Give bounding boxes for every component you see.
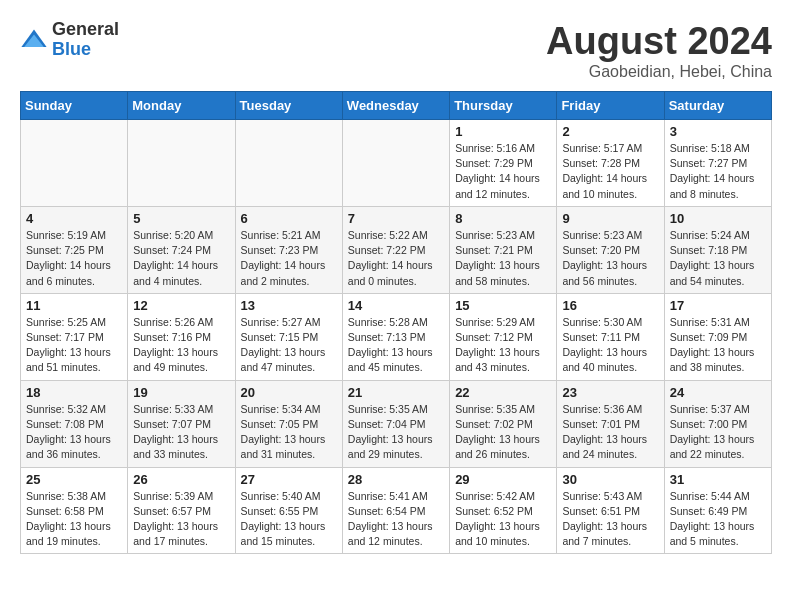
day-info: Sunrise: 5:30 AMSunset: 7:11 PMDaylight:…	[562, 315, 658, 376]
day-info: Sunrise: 5:40 AMSunset: 6:55 PMDaylight:…	[241, 489, 337, 550]
calendar-week-row: 4Sunrise: 5:19 AMSunset: 7:25 PMDaylight…	[21, 206, 772, 293]
calendar-cell: 15Sunrise: 5:29 AMSunset: 7:12 PMDayligh…	[450, 293, 557, 380]
calendar-table: SundayMondayTuesdayWednesdayThursdayFrid…	[20, 91, 772, 554]
calendar-cell: 8Sunrise: 5:23 AMSunset: 7:21 PMDaylight…	[450, 206, 557, 293]
day-number: 20	[241, 385, 337, 400]
day-number: 11	[26, 298, 122, 313]
logo-icon	[20, 26, 48, 54]
calendar-cell: 3Sunrise: 5:18 AMSunset: 7:27 PMDaylight…	[664, 120, 771, 207]
calendar-cell: 24Sunrise: 5:37 AMSunset: 7:00 PMDayligh…	[664, 380, 771, 467]
calendar-cell: 9Sunrise: 5:23 AMSunset: 7:20 PMDaylight…	[557, 206, 664, 293]
weekday-header-tuesday: Tuesday	[235, 92, 342, 120]
calendar-cell: 12Sunrise: 5:26 AMSunset: 7:16 PMDayligh…	[128, 293, 235, 380]
day-number: 29	[455, 472, 551, 487]
calendar-cell: 13Sunrise: 5:27 AMSunset: 7:15 PMDayligh…	[235, 293, 342, 380]
calendar-cell: 16Sunrise: 5:30 AMSunset: 7:11 PMDayligh…	[557, 293, 664, 380]
day-number: 12	[133, 298, 229, 313]
day-number: 9	[562, 211, 658, 226]
weekday-header-saturday: Saturday	[664, 92, 771, 120]
calendar-cell: 1Sunrise: 5:16 AMSunset: 7:29 PMDaylight…	[450, 120, 557, 207]
calendar-cell	[235, 120, 342, 207]
day-info: Sunrise: 5:22 AMSunset: 7:22 PMDaylight:…	[348, 228, 444, 289]
day-number: 14	[348, 298, 444, 313]
day-number: 25	[26, 472, 122, 487]
day-info: Sunrise: 5:34 AMSunset: 7:05 PMDaylight:…	[241, 402, 337, 463]
day-number: 19	[133, 385, 229, 400]
day-number: 1	[455, 124, 551, 139]
day-info: Sunrise: 5:25 AMSunset: 7:17 PMDaylight:…	[26, 315, 122, 376]
day-number: 23	[562, 385, 658, 400]
day-number: 15	[455, 298, 551, 313]
day-info: Sunrise: 5:16 AMSunset: 7:29 PMDaylight:…	[455, 141, 551, 202]
calendar-cell: 10Sunrise: 5:24 AMSunset: 7:18 PMDayligh…	[664, 206, 771, 293]
day-info: Sunrise: 5:23 AMSunset: 7:21 PMDaylight:…	[455, 228, 551, 289]
day-number: 6	[241, 211, 337, 226]
calendar-cell: 25Sunrise: 5:38 AMSunset: 6:58 PMDayligh…	[21, 467, 128, 554]
calendar-cell: 14Sunrise: 5:28 AMSunset: 7:13 PMDayligh…	[342, 293, 449, 380]
day-info: Sunrise: 5:32 AMSunset: 7:08 PMDaylight:…	[26, 402, 122, 463]
weekday-header-thursday: Thursday	[450, 92, 557, 120]
day-number: 28	[348, 472, 444, 487]
day-info: Sunrise: 5:28 AMSunset: 7:13 PMDaylight:…	[348, 315, 444, 376]
day-info: Sunrise: 5:36 AMSunset: 7:01 PMDaylight:…	[562, 402, 658, 463]
calendar-cell: 29Sunrise: 5:42 AMSunset: 6:52 PMDayligh…	[450, 467, 557, 554]
day-info: Sunrise: 5:20 AMSunset: 7:24 PMDaylight:…	[133, 228, 229, 289]
day-info: Sunrise: 5:26 AMSunset: 7:16 PMDaylight:…	[133, 315, 229, 376]
month-title: August 2024	[546, 20, 772, 63]
day-number: 27	[241, 472, 337, 487]
calendar-cell: 6Sunrise: 5:21 AMSunset: 7:23 PMDaylight…	[235, 206, 342, 293]
calendar-week-row: 18Sunrise: 5:32 AMSunset: 7:08 PMDayligh…	[21, 380, 772, 467]
calendar-week-row: 1Sunrise: 5:16 AMSunset: 7:29 PMDaylight…	[21, 120, 772, 207]
day-number: 26	[133, 472, 229, 487]
title-area: August 2024 Gaobeidian, Hebei, China	[546, 20, 772, 81]
day-info: Sunrise: 5:35 AMSunset: 7:04 PMDaylight:…	[348, 402, 444, 463]
weekday-header-sunday: Sunday	[21, 92, 128, 120]
day-info: Sunrise: 5:27 AMSunset: 7:15 PMDaylight:…	[241, 315, 337, 376]
day-info: Sunrise: 5:37 AMSunset: 7:00 PMDaylight:…	[670, 402, 766, 463]
day-number: 22	[455, 385, 551, 400]
day-number: 4	[26, 211, 122, 226]
weekday-header-friday: Friday	[557, 92, 664, 120]
day-number: 2	[562, 124, 658, 139]
calendar-cell: 31Sunrise: 5:44 AMSunset: 6:49 PMDayligh…	[664, 467, 771, 554]
calendar-week-row: 11Sunrise: 5:25 AMSunset: 7:17 PMDayligh…	[21, 293, 772, 380]
calendar-cell: 11Sunrise: 5:25 AMSunset: 7:17 PMDayligh…	[21, 293, 128, 380]
day-info: Sunrise: 5:29 AMSunset: 7:12 PMDaylight:…	[455, 315, 551, 376]
calendar-cell: 21Sunrise: 5:35 AMSunset: 7:04 PMDayligh…	[342, 380, 449, 467]
calendar-cell: 20Sunrise: 5:34 AMSunset: 7:05 PMDayligh…	[235, 380, 342, 467]
day-info: Sunrise: 5:23 AMSunset: 7:20 PMDaylight:…	[562, 228, 658, 289]
weekday-header-row: SundayMondayTuesdayWednesdayThursdayFrid…	[21, 92, 772, 120]
calendar-cell: 19Sunrise: 5:33 AMSunset: 7:07 PMDayligh…	[128, 380, 235, 467]
calendar-cell: 27Sunrise: 5:40 AMSunset: 6:55 PMDayligh…	[235, 467, 342, 554]
day-info: Sunrise: 5:38 AMSunset: 6:58 PMDaylight:…	[26, 489, 122, 550]
location-title: Gaobeidian, Hebei, China	[546, 63, 772, 81]
day-info: Sunrise: 5:33 AMSunset: 7:07 PMDaylight:…	[133, 402, 229, 463]
calendar-cell	[342, 120, 449, 207]
day-number: 10	[670, 211, 766, 226]
weekday-header-wednesday: Wednesday	[342, 92, 449, 120]
day-number: 8	[455, 211, 551, 226]
day-info: Sunrise: 5:43 AMSunset: 6:51 PMDaylight:…	[562, 489, 658, 550]
day-info: Sunrise: 5:44 AMSunset: 6:49 PMDaylight:…	[670, 489, 766, 550]
day-number: 21	[348, 385, 444, 400]
logo-blue-text: Blue	[52, 40, 119, 60]
day-number: 31	[670, 472, 766, 487]
day-info: Sunrise: 5:41 AMSunset: 6:54 PMDaylight:…	[348, 489, 444, 550]
calendar-cell: 2Sunrise: 5:17 AMSunset: 7:28 PMDaylight…	[557, 120, 664, 207]
calendar-cell: 5Sunrise: 5:20 AMSunset: 7:24 PMDaylight…	[128, 206, 235, 293]
day-number: 5	[133, 211, 229, 226]
calendar-cell: 17Sunrise: 5:31 AMSunset: 7:09 PMDayligh…	[664, 293, 771, 380]
day-info: Sunrise: 5:35 AMSunset: 7:02 PMDaylight:…	[455, 402, 551, 463]
calendar-cell: 18Sunrise: 5:32 AMSunset: 7:08 PMDayligh…	[21, 380, 128, 467]
calendar-cell	[21, 120, 128, 207]
day-number: 17	[670, 298, 766, 313]
day-info: Sunrise: 5:17 AMSunset: 7:28 PMDaylight:…	[562, 141, 658, 202]
header: General Blue August 2024 Gaobeidian, Heb…	[20, 20, 772, 81]
calendar-cell: 4Sunrise: 5:19 AMSunset: 7:25 PMDaylight…	[21, 206, 128, 293]
day-number: 30	[562, 472, 658, 487]
day-info: Sunrise: 5:31 AMSunset: 7:09 PMDaylight:…	[670, 315, 766, 376]
day-number: 24	[670, 385, 766, 400]
calendar-week-row: 25Sunrise: 5:38 AMSunset: 6:58 PMDayligh…	[21, 467, 772, 554]
day-number: 13	[241, 298, 337, 313]
day-number: 18	[26, 385, 122, 400]
